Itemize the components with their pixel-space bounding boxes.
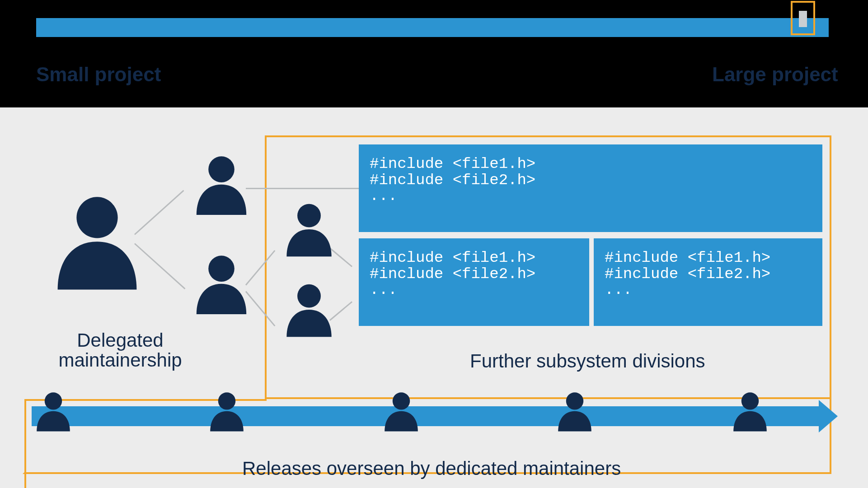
svg-point-9: [741, 392, 759, 409]
person-icon: [732, 389, 768, 434]
project-size-slider-track: [36, 18, 829, 37]
svg-point-7: [393, 392, 410, 409]
person-icon: [557, 389, 593, 434]
stage: Small project Large project #include <fi…: [0, 0, 868, 488]
code-block-2: #include <file1.h> #include <file2.h> ..…: [359, 238, 589, 326]
top-band: Small project Large project: [0, 0, 868, 107]
label-small-project: Small project: [36, 63, 161, 86]
label-further-subsystem: Further subsystem divisions: [470, 350, 705, 372]
person-icon: [383, 389, 419, 434]
connector-line: [246, 188, 359, 189]
person-icon: [194, 153, 249, 218]
svg-point-0: [76, 197, 117, 238]
slider-grip-icon: [799, 11, 807, 27]
release-timeline-arrowhead-icon: [819, 400, 838, 432]
svg-point-2: [208, 256, 235, 282]
project-size-slider-handle[interactable]: [791, 1, 815, 35]
label-large-project: Large project: [712, 63, 838, 86]
person-icon: [209, 389, 245, 434]
code-block-3: #include <file1.h> #include <file2.h> ..…: [594, 238, 822, 326]
svg-point-6: [218, 392, 235, 409]
svg-point-4: [297, 284, 321, 308]
svg-point-1: [208, 156, 235, 182]
connector-line: [134, 190, 184, 235]
person-icon: [285, 200, 333, 260]
svg-point-8: [566, 392, 583, 409]
person-icon: [285, 280, 333, 341]
person-icon: [54, 193, 140, 293]
svg-point-5: [45, 392, 62, 409]
label-releases-overseen: Releases overseen by dedicated maintaine…: [242, 458, 621, 479]
svg-point-3: [297, 204, 321, 228]
release-timeline-bar: [32, 406, 819, 426]
label-delegated-maintainership: Delegated maintainership: [52, 330, 188, 370]
person-icon: [194, 252, 249, 317]
person-icon: [35, 389, 71, 434]
slide-body: #include <file1.h> #include <file2.h> ..…: [0, 107, 868, 488]
connector-line: [134, 243, 185, 289]
code-block-1: #include <file1.h> #include <file2.h> ..…: [359, 144, 822, 232]
